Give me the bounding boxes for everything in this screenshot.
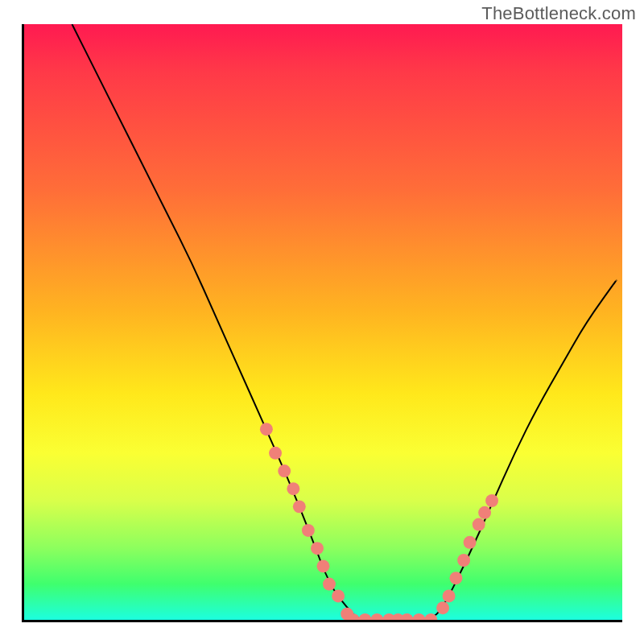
highlight-dot (401, 613, 414, 620)
highlight-dot (370, 613, 383, 620)
highlight-dot (473, 518, 485, 531)
highlight-dot (412, 613, 425, 620)
highlight-dot (311, 542, 324, 555)
chart-svg (24, 24, 622, 620)
highlight-dot (278, 464, 291, 477)
highlight-dot (287, 482, 299, 495)
highlight-dot (485, 494, 498, 507)
highlight-dot (323, 578, 336, 591)
highlight-dot (478, 506, 491, 519)
highlight-dot (293, 500, 306, 513)
highlight-dots (260, 423, 498, 620)
highlight-dot (332, 589, 345, 602)
bottleneck-curve (72, 24, 616, 620)
plot-area (22, 24, 622, 622)
highlight-dot (317, 559, 330, 572)
chart-frame: TheBottleneck.com (0, 0, 644, 644)
highlight-dot (449, 572, 462, 584)
highlight-dot (269, 447, 282, 460)
highlight-dot (457, 554, 470, 567)
attribution-text: TheBottleneck.com (481, 3, 636, 24)
highlight-dot (260, 423, 273, 436)
highlight-dot (443, 589, 456, 602)
highlight-dot (302, 524, 315, 537)
highlight-dot (359, 613, 372, 620)
highlight-dot (436, 601, 449, 614)
highlight-dot (464, 536, 477, 549)
